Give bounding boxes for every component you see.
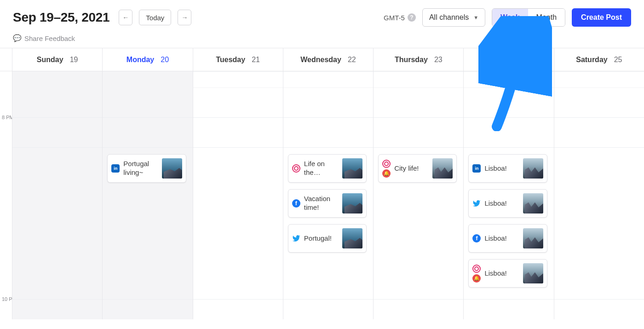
post-card[interactable]: Portugal living~	[107, 154, 186, 183]
day-name: Tuesday	[216, 56, 245, 64]
linkedin-icon	[111, 164, 120, 173]
day-column-thursday[interactable]: City life!	[373, 71, 463, 319]
day-name: Monday	[126, 56, 154, 64]
day-column-tuesday[interactable]	[193, 71, 283, 319]
instagram-icon	[292, 164, 300, 173]
day-name: Saturday	[576, 56, 607, 64]
today-button[interactable]: Today	[139, 10, 171, 25]
post-card[interactable]: Lisboa!	[468, 224, 547, 253]
view-month-button[interactable]: Month	[528, 9, 565, 26]
post-card[interactable]: Vacation time!	[288, 189, 367, 218]
day-column-monday[interactable]: Portugal living~	[102, 71, 192, 319]
chevron-down-icon: ▼	[473, 15, 478, 20]
timezone-indicator: GMT-5 ?	[384, 13, 416, 22]
day-name: Friday	[490, 56, 512, 64]
day-header-friday[interactable]: Friday 24	[463, 48, 553, 71]
next-week-button[interactable]: →	[178, 10, 191, 25]
post-caption: Vacation time!	[304, 195, 339, 212]
channels-dropdown-label: All channels	[429, 13, 469, 22]
day-header-tuesday[interactable]: Tuesday 21	[193, 48, 283, 71]
post-caption: Lisboa!	[484, 234, 519, 243]
help-icon[interactable]: ?	[408, 13, 416, 22]
twitter-icon	[292, 234, 300, 242]
day-number: 19	[70, 56, 78, 64]
share-feedback-link[interactable]: 💬 Share Feedback	[0, 30, 644, 48]
post-thumbnail	[432, 158, 453, 179]
day-number: 23	[434, 56, 443, 64]
linkedin-icon	[472, 164, 481, 173]
day-header-wednesday[interactable]: Wednesday 22	[283, 48, 373, 71]
post-thumbnail	[523, 158, 543, 179]
day-number: 22	[348, 56, 356, 64]
day-header-thursday[interactable]: Thursday 23	[373, 48, 463, 71]
day-header-saturday[interactable]: Saturday 25	[554, 48, 644, 71]
date-range-title: Sep 19–25, 2021	[13, 10, 109, 25]
arrow-left-icon: ←	[122, 14, 129, 21]
day-number: 20	[161, 56, 169, 64]
post-thumbnail	[523, 193, 543, 214]
reminder-icon	[382, 169, 391, 178]
post-card[interactable]: Lisboa!	[468, 259, 547, 288]
reminder-icon	[472, 274, 481, 283]
day-number: 25	[614, 56, 622, 64]
post-caption: City life!	[394, 164, 429, 173]
day-number: 21	[252, 56, 260, 64]
calendar-toolbar: Sep 19–25, 2021 ← Today → GMT-5 ? All ch…	[0, 0, 644, 30]
day-column-saturday[interactable]	[554, 71, 644, 319]
channels-dropdown[interactable]: All channels ▼	[422, 8, 485, 27]
post-card[interactable]: Lisboa!	[468, 189, 547, 218]
post-thumbnail	[342, 228, 362, 248]
post-card[interactable]: Life on the…	[288, 154, 367, 183]
day-column-sunday[interactable]	[12, 71, 102, 319]
post-card[interactable]: City life!	[378, 154, 457, 183]
post-card[interactable]: Portugal!	[288, 224, 367, 253]
day-header-monday[interactable]: Monday 20	[102, 48, 192, 71]
post-caption: Lisboa!	[484, 164, 519, 173]
instagram-icon	[382, 160, 391, 168]
create-post-button[interactable]: Create Post	[572, 8, 631, 27]
day-column-wednesday[interactable]: Life on the… Vacation time! Portugal!	[283, 71, 373, 319]
day-column-friday[interactable]: Lisboa! Lisboa! Lisboa! Lisboa!	[463, 71, 553, 319]
timezone-label: GMT-5	[384, 14, 405, 22]
facebook-icon	[292, 199, 300, 208]
post-caption: Life on the…	[304, 160, 339, 177]
post-thumbnail	[523, 263, 543, 283]
instagram-icon	[472, 265, 481, 273]
post-card[interactable]: Lisboa!	[468, 154, 547, 183]
arrow-right-icon: →	[181, 14, 188, 21]
time-gutter: 8 PM 10 PM	[0, 71, 12, 319]
view-segmented-control: Week Month	[492, 8, 565, 27]
post-thumbnail	[162, 158, 182, 179]
day-name: Sunday	[37, 56, 63, 64]
prev-week-button[interactable]: ←	[119, 10, 132, 25]
share-feedback-label: Share Feedback	[24, 35, 75, 42]
day-number: 24	[519, 56, 527, 64]
post-caption: Lisboa!	[484, 199, 519, 208]
calendar-grid: Sunday 19 Monday 20 Tuesday 21 Wednesday…	[0, 48, 644, 319]
post-caption: Portugal!	[304, 234, 339, 243]
day-name: Wednesday	[300, 56, 341, 64]
view-week-button[interactable]: Week	[492, 9, 528, 26]
post-thumbnail	[342, 193, 362, 214]
twitter-icon	[472, 199, 481, 208]
post-thumbnail	[523, 228, 543, 248]
comment-icon: 💬	[13, 34, 22, 42]
post-caption: Portugal living~	[123, 160, 158, 177]
post-caption: Lisboa!	[484, 269, 519, 278]
day-name: Thursday	[395, 56, 428, 64]
post-thumbnail	[342, 158, 362, 179]
day-header-sunday[interactable]: Sunday 19	[12, 48, 102, 71]
facebook-icon	[472, 234, 481, 242]
